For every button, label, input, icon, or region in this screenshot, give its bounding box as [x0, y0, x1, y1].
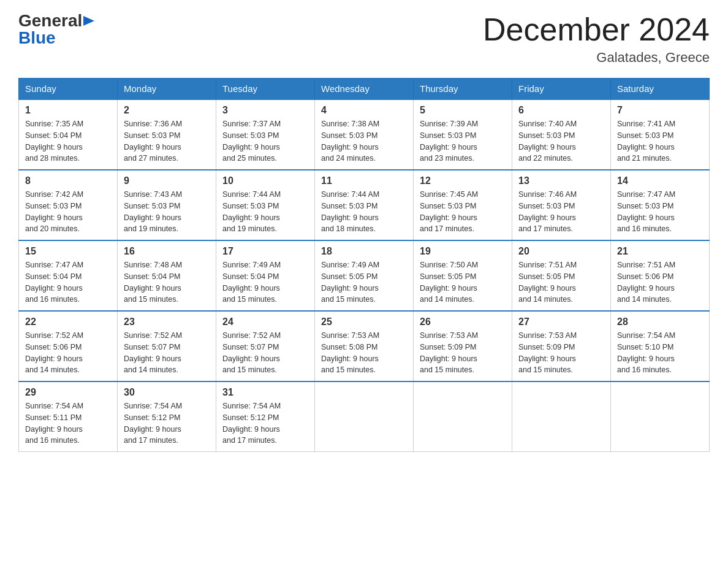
calendar-day-cell: 16 Sunrise: 7:48 AMSunset: 5:04 PMDaylig… — [118, 240, 216, 311]
day-number: 15 — [25, 246, 111, 257]
day-number: 18 — [321, 246, 407, 257]
calendar-day-cell: 13 Sunrise: 7:46 AMSunset: 5:03 PMDaylig… — [512, 170, 611, 240]
day-number: 30 — [124, 387, 210, 398]
calendar-day-cell: 12 Sunrise: 7:45 AMSunset: 5:03 PMDaylig… — [414, 170, 512, 240]
day-number: 17 — [222, 246, 308, 257]
day-info: Sunrise: 7:53 AMSunset: 5:09 PMDaylight:… — [518, 331, 577, 374]
calendar-day-cell: 5 Sunrise: 7:39 AMSunset: 5:03 PMDayligh… — [414, 99, 512, 170]
calendar-day-cell — [414, 381, 512, 452]
day-info: Sunrise: 7:49 AMSunset: 5:05 PMDaylight:… — [321, 261, 379, 304]
header-saturday: Saturday — [611, 79, 710, 100]
calendar-day-cell: 4 Sunrise: 7:38 AMSunset: 5:03 PMDayligh… — [315, 99, 414, 170]
calendar-day-cell — [611, 381, 710, 452]
day-number: 3 — [222, 105, 308, 116]
day-number: 21 — [617, 246, 703, 257]
page-title: December 2024 — [483, 12, 710, 47]
day-info: Sunrise: 7:51 AMSunset: 5:06 PMDaylight:… — [617, 261, 675, 304]
calendar-day-cell: 22 Sunrise: 7:52 AMSunset: 5:06 PMDaylig… — [19, 311, 118, 381]
day-info: Sunrise: 7:45 AMSunset: 5:03 PMDaylight:… — [420, 190, 478, 233]
day-number: 23 — [124, 316, 210, 327]
day-info: Sunrise: 7:35 AMSunset: 5:04 PMDaylight:… — [25, 120, 83, 163]
calendar-day-cell: 17 Sunrise: 7:49 AMSunset: 5:04 PMDaylig… — [216, 240, 315, 311]
day-number: 11 — [321, 175, 407, 186]
calendar-week-row: 29 Sunrise: 7:54 AMSunset: 5:11 PMDaylig… — [19, 381, 710, 452]
calendar-day-cell: 29 Sunrise: 7:54 AMSunset: 5:11 PMDaylig… — [19, 381, 118, 452]
day-number: 1 — [25, 105, 111, 116]
day-number: 26 — [420, 316, 506, 327]
svg-marker-0 — [83, 16, 94, 26]
calendar-day-cell: 27 Sunrise: 7:53 AMSunset: 5:09 PMDaylig… — [512, 311, 611, 381]
calendar-week-row: 15 Sunrise: 7:47 AMSunset: 5:04 PMDaylig… — [19, 240, 710, 311]
calendar-day-cell: 18 Sunrise: 7:49 AMSunset: 5:05 PMDaylig… — [315, 240, 414, 311]
day-number: 7 — [617, 105, 703, 116]
day-info: Sunrise: 7:37 AMSunset: 5:03 PMDaylight:… — [222, 120, 281, 163]
logo: General Blue — [18, 12, 94, 47]
calendar-day-cell: 20 Sunrise: 7:51 AMSunset: 5:05 PMDaylig… — [512, 240, 611, 311]
calendar-day-cell: 8 Sunrise: 7:42 AMSunset: 5:03 PMDayligh… — [19, 170, 118, 240]
page-header: General Blue December 2024 Galatades, Gr… — [18, 12, 710, 66]
day-number: 16 — [124, 246, 210, 257]
day-info: Sunrise: 7:50 AMSunset: 5:05 PMDaylight:… — [420, 261, 478, 304]
day-info: Sunrise: 7:47 AMSunset: 5:03 PMDaylight:… — [617, 190, 675, 233]
calendar-day-cell: 2 Sunrise: 7:36 AMSunset: 5:03 PMDayligh… — [118, 99, 216, 170]
day-number: 24 — [222, 316, 308, 327]
day-number: 22 — [25, 316, 111, 327]
day-number: 5 — [420, 105, 506, 116]
day-number: 4 — [321, 105, 407, 116]
day-info: Sunrise: 7:49 AMSunset: 5:04 PMDaylight:… — [222, 261, 281, 304]
calendar-table: Sunday Monday Tuesday Wednesday Thursday… — [18, 78, 710, 452]
calendar-day-cell: 11 Sunrise: 7:44 AMSunset: 5:03 PMDaylig… — [315, 170, 414, 240]
calendar-header-row: Sunday Monday Tuesday Wednesday Thursday… — [19, 79, 710, 100]
day-info: Sunrise: 7:52 AMSunset: 5:06 PMDaylight:… — [25, 331, 83, 374]
day-info: Sunrise: 7:39 AMSunset: 5:03 PMDaylight:… — [420, 120, 478, 163]
calendar-day-cell: 28 Sunrise: 7:54 AMSunset: 5:10 PMDaylig… — [611, 311, 710, 381]
calendar-day-cell: 1 Sunrise: 7:35 AMSunset: 5:04 PMDayligh… — [19, 99, 118, 170]
day-number: 9 — [124, 175, 210, 186]
day-info: Sunrise: 7:46 AMSunset: 5:03 PMDaylight:… — [518, 190, 577, 233]
day-info: Sunrise: 7:42 AMSunset: 5:03 PMDaylight:… — [25, 190, 83, 233]
day-number: 6 — [518, 105, 604, 116]
calendar-day-cell: 19 Sunrise: 7:50 AMSunset: 5:05 PMDaylig… — [414, 240, 512, 311]
calendar-day-cell: 25 Sunrise: 7:53 AMSunset: 5:08 PMDaylig… — [315, 311, 414, 381]
logo-blue: Blue — [18, 28, 56, 47]
day-info: Sunrise: 7:36 AMSunset: 5:03 PMDaylight:… — [124, 120, 182, 163]
day-info: Sunrise: 7:52 AMSunset: 5:07 PMDaylight:… — [222, 331, 281, 374]
day-number: 8 — [25, 175, 111, 186]
day-number: 29 — [25, 387, 111, 398]
day-info: Sunrise: 7:47 AMSunset: 5:04 PMDaylight:… — [25, 261, 83, 304]
day-info: Sunrise: 7:53 AMSunset: 5:09 PMDaylight:… — [420, 331, 478, 374]
day-info: Sunrise: 7:38 AMSunset: 5:03 PMDaylight:… — [321, 120, 379, 163]
calendar-day-cell: 21 Sunrise: 7:51 AMSunset: 5:06 PMDaylig… — [611, 240, 710, 311]
header-monday: Monday — [118, 79, 216, 100]
day-info: Sunrise: 7:44 AMSunset: 5:03 PMDaylight:… — [222, 190, 281, 233]
day-number: 13 — [518, 175, 604, 186]
calendar-day-cell: 24 Sunrise: 7:52 AMSunset: 5:07 PMDaylig… — [216, 311, 315, 381]
day-number: 31 — [222, 387, 308, 398]
day-info: Sunrise: 7:51 AMSunset: 5:05 PMDaylight:… — [518, 261, 577, 304]
calendar-day-cell: 30 Sunrise: 7:54 AMSunset: 5:12 PMDaylig… — [118, 381, 216, 452]
day-info: Sunrise: 7:40 AMSunset: 5:03 PMDaylight:… — [518, 120, 577, 163]
calendar-day-cell — [315, 381, 414, 452]
day-info: Sunrise: 7:43 AMSunset: 5:03 PMDaylight:… — [124, 190, 182, 233]
calendar-day-cell: 6 Sunrise: 7:40 AMSunset: 5:03 PMDayligh… — [512, 99, 611, 170]
day-number: 14 — [617, 175, 703, 186]
day-number: 2 — [124, 105, 210, 116]
calendar-day-cell: 31 Sunrise: 7:54 AMSunset: 5:12 PMDaylig… — [216, 381, 315, 452]
calendar-day-cell: 15 Sunrise: 7:47 AMSunset: 5:04 PMDaylig… — [19, 240, 118, 311]
calendar-day-cell: 9 Sunrise: 7:43 AMSunset: 5:03 PMDayligh… — [118, 170, 216, 240]
calendar-day-cell: 10 Sunrise: 7:44 AMSunset: 5:03 PMDaylig… — [216, 170, 315, 240]
calendar-week-row: 22 Sunrise: 7:52 AMSunset: 5:06 PMDaylig… — [19, 311, 710, 381]
day-number: 28 — [617, 316, 703, 327]
day-info: Sunrise: 7:54 AMSunset: 5:12 PMDaylight:… — [124, 402, 182, 445]
day-info: Sunrise: 7:44 AMSunset: 5:03 PMDaylight:… — [321, 190, 379, 233]
header-friday: Friday — [512, 79, 611, 100]
day-number: 27 — [518, 316, 604, 327]
logo-triangle-icon — [83, 16, 94, 27]
day-number: 12 — [420, 175, 506, 186]
title-block: December 2024 Galatades, Greece — [483, 12, 710, 66]
logo-general: General — [18, 12, 82, 29]
calendar-day-cell: 23 Sunrise: 7:52 AMSunset: 5:07 PMDaylig… — [118, 311, 216, 381]
calendar-day-cell: 14 Sunrise: 7:47 AMSunset: 5:03 PMDaylig… — [611, 170, 710, 240]
day-info: Sunrise: 7:53 AMSunset: 5:08 PMDaylight:… — [321, 331, 379, 374]
day-info: Sunrise: 7:52 AMSunset: 5:07 PMDaylight:… — [124, 331, 182, 374]
